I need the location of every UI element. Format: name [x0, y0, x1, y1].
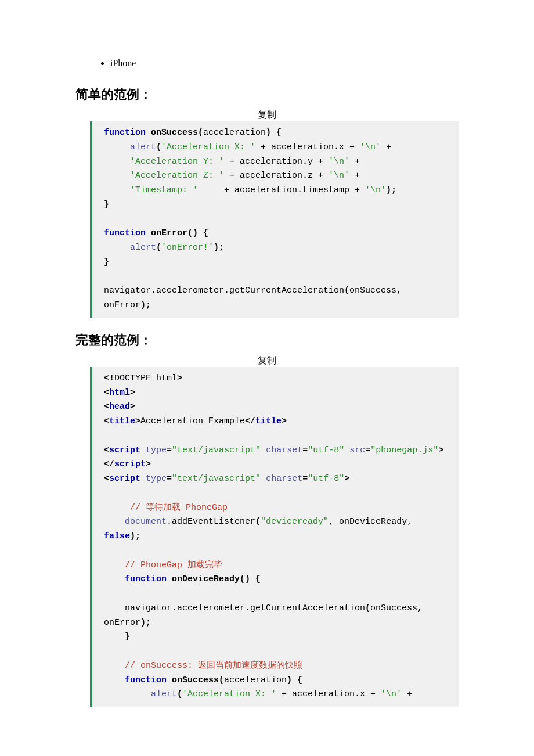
code-token: );	[214, 243, 224, 253]
code-token	[261, 445, 266, 455]
code-token: 'Acceleration Y: '	[130, 157, 224, 167]
code-token: + acceleration.x +	[276, 689, 381, 699]
code-token: type	[146, 445, 167, 455]
code-token: acceleration	[224, 675, 287, 685]
code-token: =	[167, 474, 172, 484]
code-token: script	[109, 445, 140, 455]
code-token: >	[130, 402, 135, 412]
code-token: alert	[130, 142, 156, 152]
code-token: + acceleration.y +	[224, 157, 329, 167]
code-token: (	[255, 517, 261, 527]
code-token: acceleration	[203, 128, 266, 138]
code-token: (	[198, 128, 203, 138]
code-token: >	[130, 388, 135, 398]
code-token: navigator.accelerometer.getCurrentAccele…	[125, 603, 365, 613]
code-token: type	[146, 474, 167, 484]
code-token: .addEventListener	[167, 517, 255, 527]
code-token: }	[104, 200, 109, 210]
code-token: false	[104, 531, 130, 541]
document-page: iPhone 简单的范例： 复制 function onSuccess(acce…	[0, 0, 534, 707]
code-token: function	[125, 675, 167, 685]
code-token: (	[219, 675, 224, 685]
code-token	[140, 474, 146, 484]
code-token: head	[109, 402, 130, 412]
code-token: '\n'	[329, 157, 349, 167]
code-token: // onSuccess: 返回当前加速度数据的快照	[125, 661, 302, 671]
code-token: '\n'	[365, 185, 386, 195]
code-token: title	[109, 416, 135, 426]
code-token: );	[140, 618, 151, 628]
code-token: }	[104, 257, 109, 267]
code-token: '\n'	[381, 689, 402, 699]
code-token: "text/javascript"	[172, 445, 261, 455]
code-token: function	[104, 228, 146, 238]
code-token: charset	[266, 474, 302, 484]
code-token: >	[177, 373, 182, 383]
code-token: + acceleration.z +	[224, 171, 329, 181]
code-token	[261, 474, 266, 484]
code-token: onSuccess	[151, 128, 198, 138]
copy-button-simple[interactable]: 复制	[75, 109, 459, 121]
code-token: script	[114, 459, 146, 469]
section-heading-simple: 简单的范例：	[75, 86, 459, 103]
code-token: >	[282, 416, 287, 426]
code-token: +	[402, 689, 412, 699]
code-token: // 等待加载 PhoneGap	[130, 503, 228, 513]
platform-list: iPhone	[75, 58, 459, 69]
code-token: onDeviceReady	[172, 574, 240, 584]
code-token: html	[109, 388, 130, 398]
code-token: , onDeviceReady,	[329, 517, 417, 527]
code-token: >	[344, 474, 349, 484]
code-token: +	[349, 157, 360, 167]
code-token: (	[177, 689, 182, 699]
code-token: {	[271, 128, 282, 138]
code-token	[140, 445, 146, 455]
code-token: + acceleration.timestamp +	[198, 185, 365, 195]
code-token: onSuccess	[172, 675, 219, 685]
code-token: "phonegap.js"	[370, 445, 438, 455]
code-token: <!	[104, 373, 114, 383]
code-token: 'onError!'	[161, 243, 214, 253]
code-token: (	[365, 603, 370, 613]
section-heading-full: 完整的范例：	[75, 332, 459, 349]
code-token: (	[344, 286, 349, 296]
code-token: document	[125, 517, 167, 527]
copy-button-full[interactable]: 复制	[75, 355, 459, 367]
code-token: function	[125, 574, 167, 584]
code-token: );	[140, 300, 151, 310]
code-token: <	[104, 474, 109, 484]
code-token: () {	[187, 228, 208, 238]
code-token: "utf-8"	[308, 445, 344, 455]
code-token: }	[125, 632, 130, 642]
code-token: Acceleration Example	[140, 416, 245, 426]
code-token: navigator.accelerometer.getCurrentAccele…	[104, 286, 344, 296]
code-token: =	[167, 445, 172, 455]
code-token: + acceleration.x +	[255, 142, 360, 152]
code-token: '\n'	[329, 171, 349, 181]
code-token: >	[146, 459, 151, 469]
code-token: src	[349, 445, 365, 455]
code-token: alert	[151, 689, 177, 699]
code-token: </	[245, 416, 255, 426]
code-token: ) {	[287, 675, 302, 685]
code-token: function	[104, 128, 146, 138]
code-block-full: <!DOCTYPE html> <html> <head> <title>Acc…	[90, 367, 459, 707]
code-token: (	[156, 142, 161, 152]
code-token: );	[386, 185, 396, 195]
code-token: charset	[266, 445, 302, 455]
code-token: 'Acceleration Z: '	[130, 171, 224, 181]
code-token: );	[130, 531, 140, 541]
code-token: onError	[151, 228, 187, 238]
code-token: title	[255, 416, 282, 426]
list-item: iPhone	[110, 58, 459, 69]
code-token: =	[365, 445, 370, 455]
code-token: =	[302, 474, 308, 484]
code-token: "utf-8"	[308, 474, 344, 484]
code-token: script	[109, 474, 140, 484]
code-token: "deviceready"	[261, 517, 329, 527]
code-token: 'Acceleration X: '	[161, 142, 255, 152]
code-token: <	[104, 402, 109, 412]
code-token: <	[104, 445, 109, 455]
code-token: <	[104, 416, 109, 426]
code-token: >	[135, 416, 140, 426]
